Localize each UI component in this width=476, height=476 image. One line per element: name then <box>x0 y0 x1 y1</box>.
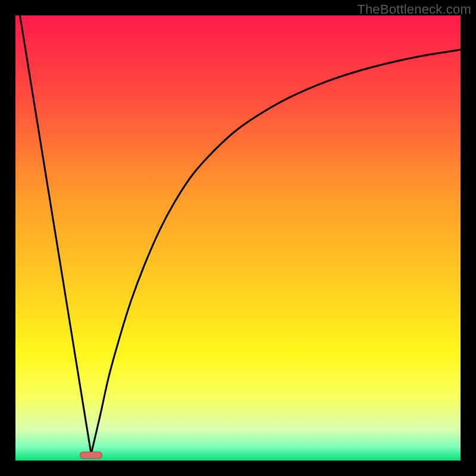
left-line-path <box>20 15 91 454</box>
chart-frame: TheBottleneck.com <box>0 0 476 476</box>
watermark-text: TheBottleneck.com <box>357 2 471 17</box>
right-curve-path <box>91 50 461 454</box>
curve-layer <box>15 15 461 461</box>
bottleneck-marker <box>80 452 102 459</box>
